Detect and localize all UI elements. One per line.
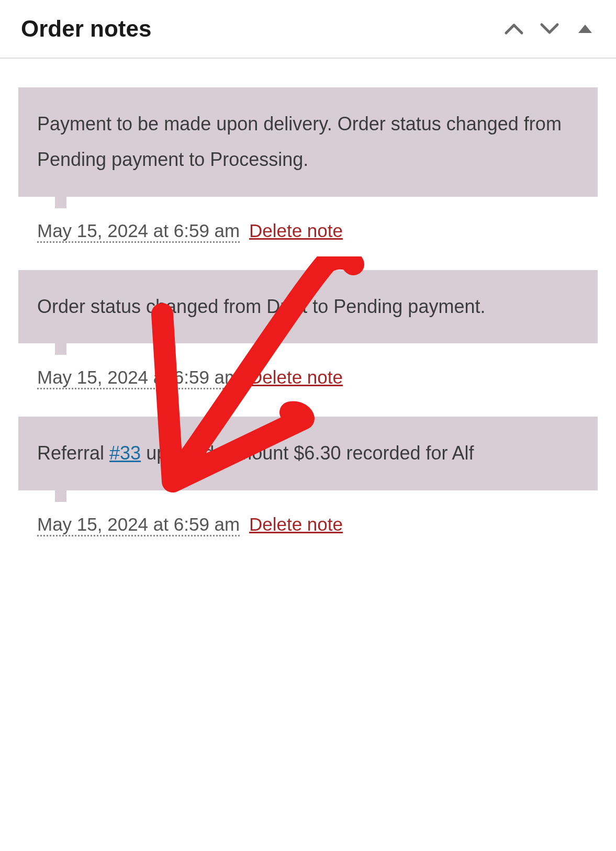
svg-marker-0 [578,25,592,33]
note-meta: May 15, 2024 at 6:59 am Delete note [18,367,598,388]
notes-list: Payment to be made upon delivery. Order … [0,59,616,585]
note-item: Referral #33 updated. Amount $6.30 recor… [18,417,598,534]
caret-up-icon[interactable] [575,19,595,39]
note-content: Order status changed from Draft to Pendi… [18,270,598,343]
panel-title: Order notes [21,16,151,42]
note-content: Payment to be made upon delivery. Order … [18,87,598,197]
note-timestamp: May 15, 2024 at 6:59 am [37,367,240,389]
chevron-down-icon[interactable] [540,19,559,39]
note-item: Payment to be made upon delivery. Order … [18,87,598,241]
delete-note-link[interactable]: Delete note [249,514,343,534]
referral-link[interactable]: #33 [109,442,141,464]
note-text-after: updated. Amount $6.30 recorded for Alf [141,442,474,464]
note-item: Order status changed from Draft to Pendi… [18,270,598,388]
note-timestamp: May 15, 2024 at 6:59 am [37,514,240,536]
note-content: Referral #33 updated. Amount $6.30 recor… [18,417,598,490]
note-text-before: Referral [37,442,109,464]
chevron-up-icon[interactable] [504,19,524,39]
note-meta: May 15, 2024 at 6:59 am Delete note [18,220,598,241]
delete-note-link[interactable]: Delete note [249,220,343,241]
note-timestamp: May 15, 2024 at 6:59 am [37,220,240,243]
note-meta: May 15, 2024 at 6:59 am Delete note [18,514,598,535]
panel-header: Order notes [0,0,616,59]
panel-controls [504,19,595,39]
delete-note-link[interactable]: Delete note [249,367,343,387]
